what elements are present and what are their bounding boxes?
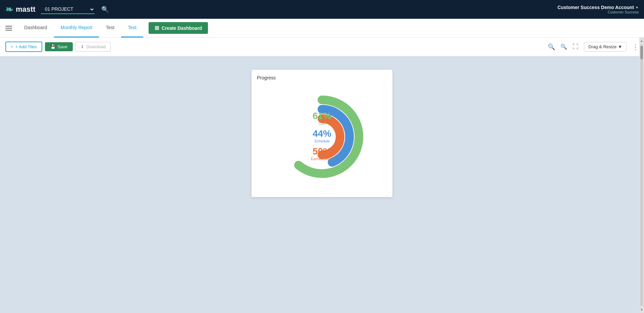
earned-value-label: Earned Value xyxy=(311,157,333,161)
tab-test1[interactable]: Test xyxy=(99,19,121,38)
chevron-down-icon: ▼ xyxy=(618,44,622,49)
main-content: Progress 61% Cost 44% Schedule 50% Earne… xyxy=(0,56,644,313)
legend-cost: 61% Cost xyxy=(311,110,333,126)
logo: ❧ mastt xyxy=(5,4,36,15)
create-dashboard-button[interactable]: ⊞ Create Dashboard xyxy=(149,22,208,34)
add-tiles-button[interactable]: + + Add Tiles xyxy=(5,42,42,52)
tab-bar: Dashboard Monthly Report Test Test ⊞ Cre… xyxy=(0,19,644,38)
save-icon: 💾 xyxy=(50,44,56,49)
logo-icon: ❧ xyxy=(5,4,13,15)
more-options-icon[interactable]: ⋮ xyxy=(632,43,639,51)
logo-text: mastt xyxy=(16,5,36,14)
zoom-icon[interactable]: 🔍 xyxy=(560,44,567,50)
progress-chart-card: Progress 61% Cost 44% Schedule 50% Earne… xyxy=(252,70,392,197)
tab-monthly-report[interactable]: Monthly Report xyxy=(54,19,99,38)
legend-schedule: 44% Schedule xyxy=(311,128,333,144)
scroll-up-arrow[interactable]: ▲ xyxy=(639,38,644,44)
cost-label: Cost xyxy=(311,121,333,126)
plus-icon: + xyxy=(11,44,13,49)
chart-area: 61% Cost 44% Schedule 50% Earned Value xyxy=(257,83,387,190)
schedule-pct: 44% xyxy=(311,128,333,139)
toolbar: + + Add Tiles 💾 Save ⬇ Download 🔍 🔍 ⛶ Dr… xyxy=(0,38,644,56)
account-sub: Customer Success xyxy=(608,10,639,14)
cost-pct: 61% xyxy=(311,110,333,122)
scrollbar-track[interactable] xyxy=(640,45,643,306)
scrollbar: ▲ ▼ xyxy=(639,38,644,313)
legend-earned-value: 50% Earned Value xyxy=(311,145,333,161)
search-icon[interactable]: 🔍 xyxy=(100,4,110,14)
schedule-label: Schedule xyxy=(311,139,333,143)
resize-handle[interactable]: ⋰ xyxy=(386,191,391,196)
toolbar-right: 🔍 🔍 ⛶ Drag & Resize ▼ ⋮ xyxy=(548,42,639,52)
grid-icon: ⊞ xyxy=(155,25,159,31)
save-button[interactable]: 💾 Save xyxy=(45,42,73,51)
chevron-down-icon: ▼ xyxy=(635,6,639,9)
download-button[interactable]: ⬇ Download xyxy=(75,42,111,52)
hamburger-menu[interactable] xyxy=(5,26,12,30)
drag-resize-button[interactable]: Drag & Resize ▼ xyxy=(584,42,627,52)
tab-test2[interactable]: Test xyxy=(121,19,143,38)
tab-dashboard[interactable]: Dashboard xyxy=(17,19,54,38)
scroll-down-arrow[interactable]: ▼ xyxy=(639,307,644,313)
download-icon: ⬇ xyxy=(80,44,84,49)
scrollbar-thumb[interactable] xyxy=(640,46,643,59)
search-toolbar-icon[interactable]: 🔍 xyxy=(548,43,555,51)
fullscreen-icon[interactable]: ⛶ xyxy=(573,43,579,50)
earned-value-pct: 50% xyxy=(311,145,333,157)
chart-legend: 61% Cost 44% Schedule 50% Earned Value xyxy=(311,110,333,163)
top-nav: ❧ mastt 01 PROJECT 🔍 Customer Success De… xyxy=(0,0,644,19)
project-selector[interactable]: 01 PROJECT xyxy=(41,5,95,14)
account-name[interactable]: Customer Success Demo Account ▼ xyxy=(557,5,639,10)
account-info: Customer Success Demo Account ▼ Customer… xyxy=(557,5,639,14)
chart-title: Progress xyxy=(257,75,387,80)
